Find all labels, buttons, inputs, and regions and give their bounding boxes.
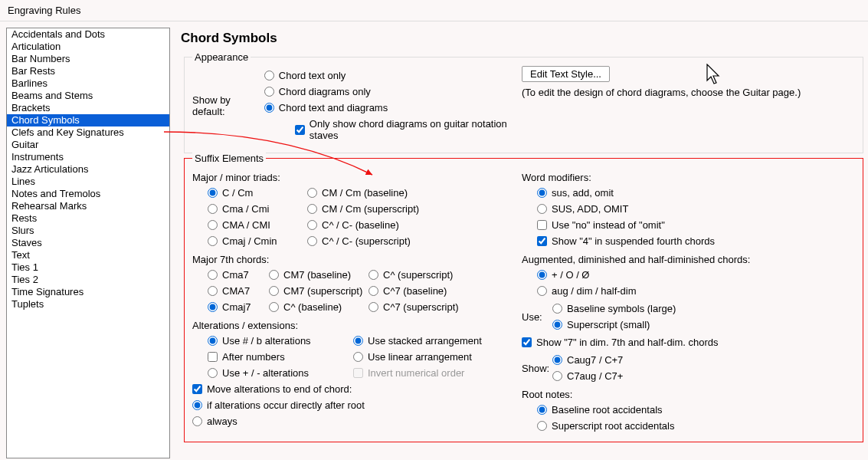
sidebar-item[interactable]: Bar Rests <box>7 65 169 77</box>
sidebar-item[interactable]: Notes and Tremolos <box>7 188 169 200</box>
mm-option[interactable] <box>208 188 218 198</box>
after-numbers-checkbox[interactable] <box>208 352 218 362</box>
wm-lower[interactable] <box>537 188 547 198</box>
show-default-diagrams-only[interactable] <box>264 87 274 97</box>
sidebar-item[interactable]: Ties 2 <box>7 274 169 286</box>
sidebar-item[interactable]: Rehearsal Marks <box>7 200 169 212</box>
sidebar-list[interactable]: Accidentals and DotsArticulationBar Numb… <box>6 28 170 458</box>
root-superscript[interactable] <box>537 421 547 431</box>
invert-order-checkbox <box>353 368 363 378</box>
sidebar-item[interactable]: Ties 1 <box>7 261 169 274</box>
guitar-page-note: (To edit the design of chord diagrams, c… <box>522 87 855 98</box>
sidebar-item[interactable]: Bar Numbers <box>7 53 169 65</box>
show7-checkbox[interactable] <box>522 337 532 347</box>
sidebar-item[interactable]: Chord Symbols <box>7 114 169 127</box>
use-plus-minus[interactable] <box>208 368 218 378</box>
use-stacked[interactable] <box>353 336 363 346</box>
sidebar-item[interactable]: Guitar <box>7 139 169 151</box>
suffix-elements-group: Suffix Elements Major / minor triads: C … <box>184 158 863 442</box>
show-label: Show: <box>522 363 552 374</box>
sidebar-item[interactable]: Rests <box>7 212 169 225</box>
show-by-default-label: Show by default: <box>192 94 264 117</box>
superscript-small[interactable] <box>552 320 562 330</box>
m7-option[interactable] <box>269 286 279 296</box>
sidebar-item[interactable]: Jazz Articulations <box>7 163 169 176</box>
use-no-checkbox[interactable] <box>537 220 547 230</box>
sidebar-item[interactable]: Barlines <box>7 77 169 90</box>
appearance-legend: Appearance <box>192 51 251 63</box>
use-hash-b[interactable] <box>208 336 218 346</box>
m7-option[interactable] <box>269 302 279 312</box>
root-baseline[interactable] <box>537 405 547 415</box>
major7-label: Major 7th chords: <box>192 254 522 265</box>
m7-option[interactable] <box>368 286 378 296</box>
mm-option[interactable] <box>208 204 218 214</box>
sidebar-item[interactable]: Clefs and Key Signatures <box>7 127 169 139</box>
wm-upper[interactable] <box>537 204 547 214</box>
root-notes-label: Root notes: <box>522 389 855 400</box>
sidebar-item[interactable]: Text <box>7 249 169 261</box>
major-minor-label: Major / minor triads: <box>192 172 522 183</box>
show-default-text-and-diagrams[interactable] <box>264 103 274 113</box>
ad-symbols[interactable] <box>537 270 547 280</box>
m7-option[interactable] <box>208 302 218 312</box>
sidebar-item[interactable]: Accidentals and Dots <box>7 28 169 41</box>
show4-checkbox[interactable] <box>537 236 547 246</box>
sidebar-item[interactable]: Brackets <box>7 102 169 114</box>
mm-option[interactable] <box>307 220 317 230</box>
ad-words[interactable] <box>537 286 547 296</box>
appearance-group: Appearance Show by default: Chord text o… <box>184 57 863 153</box>
mm-option[interactable] <box>307 236 317 246</box>
baseline-large[interactable] <box>552 304 562 314</box>
m7-option[interactable] <box>208 270 218 280</box>
m7-option[interactable] <box>208 286 218 296</box>
mm-option[interactable] <box>307 204 317 214</box>
sidebar-item[interactable]: Instruments <box>7 151 169 163</box>
m7-option[interactable] <box>368 270 378 280</box>
mm-option[interactable] <box>208 220 218 230</box>
edit-text-style-button[interactable]: Edit Text Style... <box>522 66 610 82</box>
suffix-legend: Suffix Elements <box>192 153 266 164</box>
sidebar-item[interactable]: Lines <box>7 176 169 188</box>
mm-option[interactable] <box>208 236 218 246</box>
move-end-checkbox[interactable] <box>192 384 202 394</box>
m7-option[interactable] <box>269 270 279 280</box>
use-label: Use: <box>522 311 552 323</box>
sidebar-item[interactable]: Time Signatures <box>7 286 169 298</box>
caug7[interactable] <box>552 355 562 365</box>
show-default-text-only[interactable] <box>264 71 274 80</box>
sidebar-item[interactable]: Tuplets <box>7 298 169 310</box>
window-title: Engraving Rules <box>0 0 868 21</box>
page-title: Chord Symbols <box>181 31 868 46</box>
alterations-label: Alterations / extensions: <box>192 320 522 331</box>
m7-option[interactable] <box>368 302 378 312</box>
sidebar-item[interactable]: Beams and Stems <box>7 90 169 102</box>
aug-dim-label: Augmented, diminished and half-diminishe… <box>522 254 855 265</box>
c7aug[interactable] <box>552 371 562 381</box>
use-linear[interactable] <box>353 352 363 362</box>
sidebar-item[interactable]: Slurs <box>7 225 169 237</box>
word-modifiers-label: Word modifiers: <box>522 172 855 183</box>
sidebar-item[interactable]: Staves <box>7 237 169 249</box>
only-guitar-staves-checkbox[interactable] <box>295 125 305 135</box>
sidebar-item[interactable]: Articulation <box>7 41 169 53</box>
if-after-root[interactable] <box>192 400 202 410</box>
always[interactable] <box>192 416 202 426</box>
mm-option[interactable] <box>307 188 317 198</box>
